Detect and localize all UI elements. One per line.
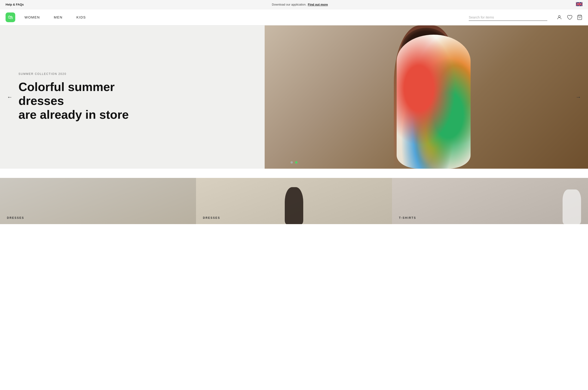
model-silhouette	[285, 187, 303, 224]
search-area	[469, 14, 547, 21]
cart-icon[interactable]	[577, 15, 583, 20]
category-tshirts[interactable]: T-SHIRTS	[392, 178, 588, 224]
top-bar: Help & FAQs Download our application. Fi…	[0, 0, 588, 9]
uk-flag-icon	[576, 2, 583, 6]
search-input[interactable]	[469, 14, 547, 21]
hero-model-visual	[265, 25, 588, 169]
category-dresses-1-label: DRESSES	[7, 216, 24, 219]
help-link[interactable]: Help & FAQs	[5, 3, 24, 6]
category-dresses-2-image	[196, 178, 392, 224]
svg-point-1	[558, 15, 560, 17]
hero-dot-2[interactable]	[295, 161, 297, 164]
main-nav: WOMEN MEN KIDS	[24, 15, 469, 19]
category-tshirts-label: T-SHIRTS	[399, 216, 416, 219]
header-icons	[557, 15, 583, 20]
category-tshirts-image	[392, 178, 588, 224]
category-dresses-1[interactable]: DRESSES	[0, 178, 196, 224]
wishlist-icon[interactable]	[567, 15, 572, 20]
logo[interactable]: 🛍	[5, 12, 15, 22]
hero-section: SUMMER COLLECTION 2020 Colorful summer d…	[0, 25, 588, 169]
hero-subtitle: SUMMER COLLECTION 2020	[18, 72, 134, 76]
language-selector[interactable]	[576, 2, 583, 7]
category-dresses-2[interactable]: DRESSES	[196, 178, 392, 224]
nav-men[interactable]: MEN	[54, 15, 63, 19]
hero-next-button[interactable]: →	[573, 92, 583, 102]
promo-banner: Download our application. Find out more	[272, 3, 328, 6]
category-dresses-2-label: DRESSES	[203, 216, 220, 219]
model-dress	[397, 35, 471, 169]
categories-section: DRESSES DRESSES T-SHIRTS	[0, 169, 588, 224]
category-dresses-1-image	[0, 178, 196, 224]
main-header: 🛍 WOMEN MEN KIDS	[0, 9, 588, 25]
hero-prev-button[interactable]: ←	[5, 92, 15, 102]
nav-kids[interactable]: KIDS	[76, 15, 86, 19]
hero-content: SUMMER COLLECTION 2020 Colorful summer d…	[18, 72, 134, 122]
hero-dots	[291, 161, 297, 164]
logo-icon: 🛍	[8, 14, 13, 20]
promo-link[interactable]: Find out more	[308, 3, 328, 6]
nav-women[interactable]: WOMEN	[24, 15, 40, 19]
hero-image	[265, 25, 588, 169]
account-icon[interactable]	[557, 15, 562, 20]
tshirt-visual	[563, 190, 581, 224]
hero-title: Colorful summer dresses are already in s…	[18, 80, 134, 122]
hero-dot-1[interactable]	[291, 161, 293, 164]
promo-text: Download our application.	[272, 3, 307, 6]
